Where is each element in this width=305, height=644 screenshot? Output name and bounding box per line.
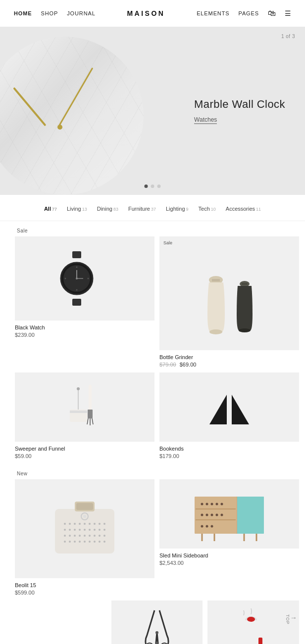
beolit-name: Beolit 15 xyxy=(15,582,154,588)
filter-tech[interactable]: Tech10 xyxy=(195,204,220,214)
nav-shop[interactable]: SHOP xyxy=(41,10,58,16)
product-sideboard[interactable]: Sled Mini Sideboard $2,543.00 xyxy=(159,479,299,596)
svg-point-93 xyxy=(155,631,158,634)
sideboard-name: Sled Mini Sideboard xyxy=(159,552,299,558)
svg-rect-96 xyxy=(258,638,262,644)
svg-point-40 xyxy=(64,529,66,531)
black-watch-img xyxy=(57,246,112,311)
sideboard-img xyxy=(190,484,269,544)
product-scissors[interactable]: Flower Scissors $159.00 xyxy=(111,600,203,644)
svg-point-65 xyxy=(99,541,101,543)
svg-rect-22 xyxy=(88,410,93,418)
section-new-badge: New xyxy=(15,464,299,479)
nav-home[interactable]: HOME xyxy=(14,10,32,16)
hero-dots xyxy=(145,184,161,188)
svg-point-64 xyxy=(94,541,96,543)
filter-dining[interactable]: Dining83 xyxy=(93,204,122,214)
filter-accessories[interactable]: Accessories11 xyxy=(222,204,265,214)
hero-dot-1[interactable] xyxy=(145,184,148,188)
filter-lighting[interactable]: Lighting9 xyxy=(162,204,193,214)
bottle-pair xyxy=(159,236,299,350)
hero-text: Marble Wall Clock Watches xyxy=(194,98,285,124)
scissors-img xyxy=(137,605,177,644)
clock-minute-hand xyxy=(58,67,93,126)
svg-point-37 xyxy=(94,523,96,525)
svg-point-36 xyxy=(89,523,91,525)
cart-icon[interactable]: 🛍 xyxy=(268,9,276,18)
product-beolit[interactable]: Beolit 15 $599.00 xyxy=(15,479,154,596)
beolit-img xyxy=(48,489,122,568)
svg-point-38 xyxy=(99,523,101,525)
logo[interactable]: MAISON xyxy=(127,9,165,17)
svg-point-47 xyxy=(99,529,101,531)
svg-rect-0 xyxy=(72,251,81,258)
svg-point-35 xyxy=(84,523,86,525)
svg-point-76 xyxy=(211,503,213,506)
filter-furniture[interactable]: Furniture37 xyxy=(124,204,160,214)
main-wrapper: Showing 10 results Sale xyxy=(0,221,305,644)
bottle-grinder-sale-price: $69.00 xyxy=(180,362,197,368)
nav-elements[interactable]: ELEMENTS xyxy=(197,10,229,16)
filter-all[interactable]: All77 xyxy=(40,204,61,214)
humidifier-img xyxy=(234,605,273,644)
svg-point-10 xyxy=(76,277,78,279)
back-to-top[interactable]: ↑ Top xyxy=(285,614,298,625)
svg-point-82 xyxy=(216,514,218,516)
svg-point-57 xyxy=(103,535,105,537)
nav-right: ELEMENTS PAGES 🛍 ☰ xyxy=(197,9,291,18)
svg-point-59 xyxy=(69,541,71,543)
svg-point-61 xyxy=(79,541,81,543)
filter-bar: All77 Living13 Dining83 Furniture37 Ligh… xyxy=(0,195,305,221)
svg-point-95 xyxy=(247,617,255,622)
product-bottle-grinder[interactable]: Sale xyxy=(159,236,299,368)
svg-point-46 xyxy=(94,529,96,531)
sale-badge: Sale xyxy=(163,240,172,245)
clock-hour-hand xyxy=(13,87,46,126)
svg-rect-71 xyxy=(237,497,264,534)
product-bookends[interactable]: Bookends $179.00 xyxy=(159,372,299,459)
hero-counter: 1 of 3 xyxy=(281,34,295,39)
svg-point-16 xyxy=(239,328,251,332)
svg-marker-26 xyxy=(209,395,227,424)
svg-point-43 xyxy=(79,529,81,531)
svg-point-78 xyxy=(221,503,223,506)
nav-pages[interactable]: PAGES xyxy=(239,10,259,16)
hero-dot-2[interactable] xyxy=(151,184,154,188)
filter-living[interactable]: Living13 xyxy=(63,204,91,214)
bottle-grinder-name: Bottle Grinder xyxy=(159,354,299,360)
hero-title: Marble Wall Clock xyxy=(194,98,285,111)
svg-rect-12 xyxy=(212,279,220,281)
svg-point-39 xyxy=(103,523,105,525)
sweeper-price: $59.00 xyxy=(15,453,154,459)
hero-dot-3[interactable] xyxy=(157,184,161,188)
bottle-light xyxy=(203,265,230,344)
svg-point-79 xyxy=(201,514,203,516)
svg-point-51 xyxy=(74,535,76,537)
nav-journal[interactable]: JOURNAL xyxy=(67,10,96,16)
svg-point-32 xyxy=(69,523,71,525)
bookends-name: Bookends xyxy=(159,446,299,452)
bottle-grinder-price: $79.00 $69.00 xyxy=(159,362,299,368)
svg-point-86 xyxy=(211,525,213,528)
svg-point-81 xyxy=(211,514,213,516)
menu-icon[interactable]: ☰ xyxy=(285,9,291,17)
svg-point-52 xyxy=(79,535,81,537)
svg-point-75 xyxy=(206,503,208,506)
svg-rect-1 xyxy=(72,299,81,306)
product-sweeper[interactable]: Sweeper and Funnel $59.00 xyxy=(15,372,154,459)
svg-marker-27 xyxy=(232,395,249,424)
bottle-dark xyxy=(234,275,256,344)
bookends-img xyxy=(204,380,254,434)
hero-subtitle-link[interactable]: Watches xyxy=(194,116,217,124)
back-top-arrow-icon: ↑ xyxy=(290,616,298,620)
navigation: HOME SHOP JOURNAL MAISON ELEMENTS PAGES … xyxy=(0,0,305,27)
black-watch-price: $239.00 xyxy=(15,332,154,338)
svg-rect-18 xyxy=(70,411,87,413)
svg-point-5 xyxy=(76,289,78,291)
svg-point-44 xyxy=(84,529,86,531)
product-black-watch[interactable]: Black Watch $239.00 xyxy=(15,236,154,368)
section-sale-badge: Sale xyxy=(15,221,299,236)
svg-line-25 xyxy=(92,418,93,424)
svg-point-6 xyxy=(65,278,66,279)
svg-point-13 xyxy=(209,329,222,334)
